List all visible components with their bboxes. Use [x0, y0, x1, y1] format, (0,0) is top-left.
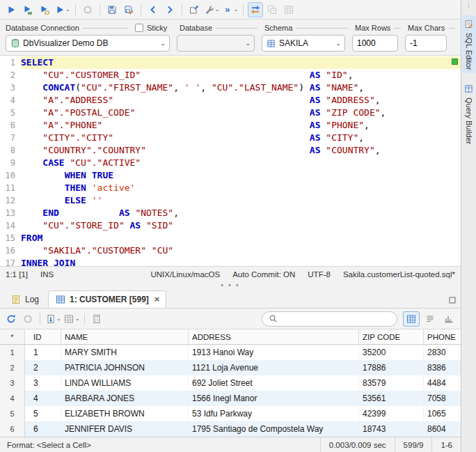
code-line-6[interactable]: 6 "A"."PHONE" AS "PHONE",	[0, 119, 461, 132]
grid-search[interactable]	[262, 311, 397, 327]
column-header-zip-code[interactable]: ZIP CODE	[359, 329, 424, 344]
line-ending-indicator[interactable]: UNIX/Linux/macOS	[151, 270, 221, 279]
grid-cell[interactable]: 2830	[424, 345, 461, 360]
auto-commit-indicator[interactable]: Auto Commit: ON	[232, 270, 295, 279]
maximize-panel-button[interactable]	[448, 296, 457, 304]
code-line-7[interactable]: 7 "CITY"."CITY" AS "CITY",	[0, 132, 461, 144]
grid-options-button[interactable]	[281, 2, 296, 17]
close-tab-icon[interactable]: ×	[154, 295, 160, 304]
grid-search-input[interactable]	[282, 314, 391, 324]
row-number[interactable]: 3	[0, 375, 25, 391]
code-line-1[interactable]: 1SELECT	[0, 56, 461, 69]
grid-cell[interactable]: 53 Idfu Parkway	[189, 406, 359, 421]
grid-mode-button[interactable]: ⌄	[63, 311, 81, 327]
code-line-17[interactable]: 17INNER JOIN	[0, 257, 461, 266]
execute-options-button[interactable]: ⌄	[54, 2, 71, 17]
database-select[interactable]: ⌄	[177, 35, 255, 52]
grid-cell[interactable]: 7058	[424, 391, 461, 406]
grid-cell[interactable]: 42399	[359, 406, 424, 421]
grid-cell[interactable]: 8604	[424, 421, 461, 437]
stop-button[interactable]	[80, 2, 95, 17]
code-area[interactable]: 1SELECT2 "CU"."CUSTOMER_ID" AS "ID",3 CO…	[0, 56, 461, 266]
grid-view-button[interactable]	[403, 311, 420, 327]
grid-cell[interactable]: 1913 Hanoi Way	[189, 345, 359, 360]
execute-script-button[interactable]	[20, 2, 35, 17]
grid-cell[interactable]: 2	[25, 360, 61, 375]
column-header-id[interactable]: ID	[25, 329, 61, 344]
row-number[interactable]: 1	[0, 345, 25, 360]
execute-current-button[interactable]	[37, 2, 52, 17]
grid-cell[interactable]: 6	[25, 421, 61, 437]
export-grid-button[interactable]: ⌄	[45, 311, 62, 327]
code-line-2[interactable]: 2 "CU"."CUSTOMER_ID" AS "ID",	[0, 69, 461, 81]
grid-cell[interactable]: 1065	[424, 406, 461, 421]
tab-log[interactable]: Log	[4, 290, 45, 308]
grid-cell[interactable]: 18743	[359, 421, 424, 437]
grid-cell[interactable]: 53561	[359, 391, 424, 406]
code-line-9[interactable]: 9 CASE "CU"."ACTIVE"	[0, 157, 461, 169]
stop-load-button[interactable]	[20, 311, 35, 327]
schema-select[interactable]: SAKILA ⌄	[262, 35, 345, 52]
grid-cell[interactable]: 35200	[359, 345, 424, 360]
tab-sql-editor[interactable]: SQL Editor	[462, 15, 476, 73]
grid-cell[interactable]: BARBARA JONES	[61, 391, 189, 406]
code-line-4[interactable]: 4 "A"."ADDRESS" AS "ADDRESS",	[0, 94, 461, 107]
panel-splitter[interactable]: • • •	[0, 281, 461, 289]
connection-select[interactable]: DbVisualizer Demo DB ⌄	[6, 35, 170, 52]
tab-result-customer[interactable]: 1: CUSTOMER [599] ×	[48, 290, 166, 308]
text-view-button[interactable]	[422, 311, 438, 327]
sticky-checkbox[interactable]	[135, 24, 143, 32]
grid-cell[interactable]: JENNIFER DAVIS	[61, 421, 189, 437]
column-header-name[interactable]: NAME	[61, 329, 189, 344]
grid-cell[interactable]: 17886	[359, 360, 424, 375]
row-number[interactable]: 2	[0, 360, 25, 375]
code-line-10[interactable]: 10 WHEN TRUE	[0, 169, 461, 182]
max-rows-input[interactable]	[352, 35, 398, 52]
grid-cell[interactable]: PATRICIA JOHNSON	[61, 360, 189, 375]
sql-editor[interactable]: 1SELECT2 "CU"."CUSTOMER_ID" AS "ID",3 CO…	[0, 56, 461, 266]
code-line-16[interactable]: 16 "SAKILA"."CUSTOMER" "CU"	[0, 244, 461, 257]
grid-cell[interactable]: 692 Joliet Street	[189, 375, 359, 391]
grid-cell[interactable]: 3	[25, 375, 61, 391]
history-back-button[interactable]	[145, 2, 161, 17]
reload-button[interactable]	[3, 311, 19, 327]
column-header-rownum[interactable]: *	[0, 329, 25, 344]
code-line-12[interactable]: 12 ELSE ''	[0, 194, 461, 207]
save-as-button[interactable]	[121, 2, 136, 17]
code-line-15[interactable]: 15FROM	[0, 232, 461, 244]
row-number[interactable]: 5	[0, 406, 25, 421]
copy-selection-button[interactable]	[264, 2, 280, 17]
code-line-8[interactable]: 8 "COUNTRY"."COUNTRY" AS "COUNTRY",	[0, 144, 461, 157]
grid-cell[interactable]: 83579	[359, 375, 424, 391]
grid-cell[interactable]: 4484	[424, 375, 461, 391]
history-forward-button[interactable]	[162, 2, 177, 17]
open-in-new-tab-button[interactable]	[187, 2, 202, 17]
edit-options-button[interactable]	[89, 311, 104, 327]
grid-cell[interactable]: LINDA WILLIAMS	[61, 375, 189, 391]
grid-cell[interactable]: 1121 Loja Avenue	[189, 360, 359, 375]
grid-cell[interactable]: MARY SMITH	[61, 345, 189, 360]
grid-cell[interactable]: 1795 Santiago de Compostela Way	[189, 421, 359, 437]
code-line-5[interactable]: 5 "A"."POSTAL_CODE" AS "ZIP CODE",	[0, 107, 461, 119]
row-number[interactable]: 4	[0, 391, 25, 406]
grid-cell[interactable]: 1566 Inegl Manor	[189, 391, 359, 406]
code-line-3[interactable]: 3 CONCAT("CU"."FIRST_NAME", ' ', "CU"."L…	[0, 81, 461, 94]
editor-tools-button[interactable]: ⌄	[203, 2, 221, 17]
code-line-13[interactable]: 13 END AS "NOTES",	[0, 207, 461, 219]
grid-cell[interactable]: 1	[25, 345, 61, 360]
pin-results-toggle[interactable]	[248, 2, 263, 17]
grid-cell[interactable]: 8386	[424, 360, 461, 375]
encoding-indicator[interactable]: UTF-8	[308, 270, 331, 279]
grid-cell[interactable]: 5	[25, 406, 61, 421]
row-number[interactable]: 6	[0, 421, 25, 437]
column-header-address[interactable]: ADDRESS	[189, 329, 359, 344]
grid-cell[interactable]: ELIZABETH BROWN	[61, 406, 189, 421]
tab-query-builder[interactable]: Query Builder	[462, 80, 476, 148]
code-line-11[interactable]: 11 THEN 'active'	[0, 182, 461, 194]
max-chars-input[interactable]	[405, 35, 447, 52]
save-button[interactable]	[104, 2, 120, 17]
column-header-phone[interactable]: PHONE	[424, 329, 461, 344]
grid-cell[interactable]: 4	[25, 391, 61, 406]
execute-button[interactable]	[3, 2, 19, 17]
chart-view-button[interactable]	[441, 311, 457, 327]
